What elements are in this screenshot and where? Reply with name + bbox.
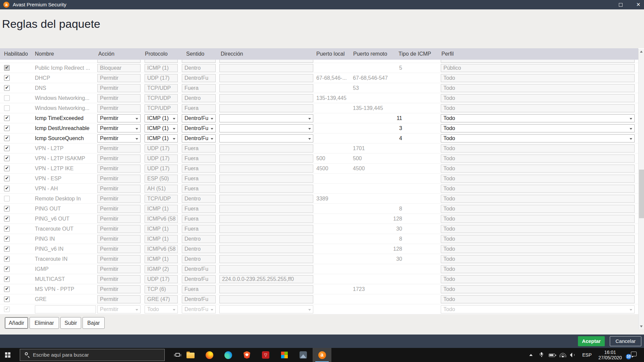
table-row[interactable]: MS VPN - PPTPPermitirTCP (6)Fuera1723Tod… (0, 284, 638, 294)
protocol-combo[interactable]: UDP (17) (145, 144, 178, 153)
table-row[interactable]: VPN - L2TP ISAKMPPermitirUDP (17)Fuera50… (0, 154, 638, 164)
enabled-checkbox[interactable] (4, 266, 10, 272)
profile-combo[interactable]: Todo (441, 74, 635, 82)
protocol-combo[interactable]: ICMP (1) (145, 124, 178, 132)
address-combo[interactable] (219, 64, 313, 72)
address-combo[interactable] (219, 84, 313, 92)
table-row[interactable]: Icmp SourceQuenchPermitirICMP (1)Dentro/… (0, 133, 638, 143)
table-row[interactable]: Icmp TimeExceededPermitirICMP (1)Dentro/… (0, 113, 638, 123)
action-combo[interactable]: Permitir (97, 205, 141, 213)
address-combo[interactable] (219, 94, 313, 102)
profile-combo[interactable]: Todo (441, 124, 635, 132)
table-row[interactable]: GREPermitirGRE (47)Dentro/FuTodo (0, 294, 638, 304)
table-row[interactable]: DNSPermitirTCP/UDPFuera53Todo (0, 83, 638, 93)
action-combo[interactable]: Permitir (97, 104, 141, 112)
enabled-checkbox[interactable] (4, 176, 10, 181)
protocol-combo[interactable]: UDP (17) (145, 165, 178, 173)
action-combo[interactable]: Permitir (97, 144, 141, 153)
enabled-checkbox[interactable] (4, 145, 10, 151)
edge-button[interactable] (219, 348, 237, 362)
table-row[interactable]: PING OUTPermitirICMP (1)Fuera8Todo (0, 204, 638, 214)
table-row[interactable]: VPN - ESPPermitirESP (50)FueraTodo (0, 174, 638, 184)
action-combo[interactable]: Permitir (97, 215, 141, 223)
direction-combo[interactable]: Fuera (182, 185, 216, 193)
address-combo[interactable] (219, 155, 313, 163)
table-row[interactable]: Traceroute INPermitirICMP (1)Dentro30Tod… (0, 254, 638, 264)
direction-combo[interactable]: Dentro/Fu (182, 275, 216, 283)
address-combo[interactable] (219, 305, 313, 313)
table-row[interactable]: Public Icmp Redirect ...BloquearICMP (1)… (0, 63, 638, 73)
table-row[interactable]: DHCPPermitirUDP (17)Dentro/Fu67-68,546-.… (0, 73, 638, 83)
direction-combo[interactable]: Dentro (182, 64, 216, 72)
protocol-combo[interactable]: TCP/UDP (145, 84, 178, 92)
address-combo[interactable] (219, 195, 313, 203)
direction-combo[interactable]: Fuera (182, 225, 216, 233)
address-combo[interactable] (219, 144, 313, 153)
direction-combo[interactable]: Dentro/Fu (182, 305, 216, 313)
enabled-checkbox[interactable] (4, 95, 10, 101)
protocol-combo[interactable]: ICMP (1) (145, 134, 178, 142)
enabled-checkbox[interactable] (4, 236, 10, 242)
protocol-combo[interactable]: ICMPv6 (58 (145, 215, 178, 223)
action-combo[interactable]: Permitir (97, 185, 141, 193)
action-combo[interactable]: Permitir (97, 165, 141, 173)
table-row[interactable]: Windows Networking...PermitirTCP/UDPDent… (0, 93, 638, 103)
protocol-combo[interactable]: TCP/UDP (145, 94, 178, 102)
direction-combo[interactable]: Dentro/Fu (182, 265, 216, 273)
table-row[interactable]: VPN - L2TPPermitirUDP (17)Fuera1701Todo (0, 143, 638, 154)
action-combo[interactable]: Permitir (97, 175, 141, 183)
address-combo[interactable] (219, 74, 313, 82)
direction-combo[interactable]: Dentro/Fu (182, 74, 216, 82)
address-combo[interactable] (219, 175, 313, 183)
volume-icon[interactable] (570, 353, 576, 357)
direction-combo[interactable]: Dentro (182, 245, 216, 253)
enabled-checkbox[interactable] (4, 226, 10, 232)
address-combo[interactable] (219, 265, 313, 273)
tray-expand-icon[interactable] (529, 354, 533, 356)
enabled-checkbox[interactable] (4, 85, 10, 91)
protocol-combo[interactable]: ICMPv6 (58 (145, 245, 178, 253)
firefox-button[interactable] (200, 348, 219, 362)
direction-combo[interactable]: Fuera (182, 165, 216, 173)
protocol-combo[interactable]: TCP/UDP (145, 104, 178, 112)
action-combo[interactable]: Permitir (97, 74, 141, 82)
protocol-combo[interactable]: GRE (47) (145, 295, 178, 303)
action-combo[interactable]: Permitir (97, 235, 141, 243)
action-center-button[interactable]: 10 (628, 352, 637, 359)
protocol-combo[interactable]: UDP (17) (145, 155, 178, 163)
action-combo[interactable]: Permitir (97, 305, 141, 313)
protocol-combo[interactable]: UDP (17) (145, 74, 178, 82)
profile-combo[interactable]: Todo (441, 245, 635, 253)
enabled-checkbox[interactable] (4, 65, 10, 71)
enabled-checkbox[interactable] (4, 156, 10, 161)
profile-combo[interactable]: Todo (441, 225, 635, 233)
table-row[interactable]: Remote Desktop InPermitirTCP/UDPDentro33… (0, 194, 638, 204)
scroll-down-button[interactable] (639, 324, 644, 329)
profile-combo[interactable]: Todo (441, 265, 635, 273)
start-button[interactable] (0, 348, 16, 362)
cell-combo[interactable] (219, 60, 313, 63)
photos-button[interactable] (294, 348, 313, 362)
action-combo[interactable]: Permitir (97, 275, 141, 283)
enabled-checkbox[interactable] (4, 286, 10, 292)
cell-combo[interactable] (441, 60, 635, 63)
profile-combo[interactable]: Todo (441, 114, 635, 122)
enabled-checkbox[interactable] (4, 276, 10, 282)
action-combo[interactable]: Permitir (97, 134, 141, 142)
table-row[interactable]: IGMPPermitirIGMP (2)Dentro/FuTodo (0, 264, 638, 274)
enabled-checkbox[interactable] (4, 256, 10, 262)
action-combo[interactable]: Permitir (97, 124, 141, 132)
direction-combo[interactable]: Dentro (182, 94, 216, 102)
protocol-combo[interactable]: ICMP (1) (145, 225, 178, 233)
table-row[interactable]: MULTICASTPermitirUDP (17)Dentro/Fu224.0.… (0, 274, 638, 284)
scrollbar-thumb[interactable] (639, 170, 644, 218)
brave-button[interactable] (237, 348, 256, 362)
microphone-icon[interactable] (539, 352, 544, 358)
address-combo[interactable] (219, 205, 313, 213)
action-combo[interactable]: Permitir (97, 225, 141, 233)
profile-combo[interactable]: Todo (441, 205, 635, 213)
profile-combo[interactable]: Todo (441, 275, 635, 283)
enabled-checkbox[interactable] (4, 296, 10, 302)
enabled-checkbox[interactable] (4, 115, 10, 121)
protocol-combo[interactable]: ICMP (1) (145, 64, 178, 72)
